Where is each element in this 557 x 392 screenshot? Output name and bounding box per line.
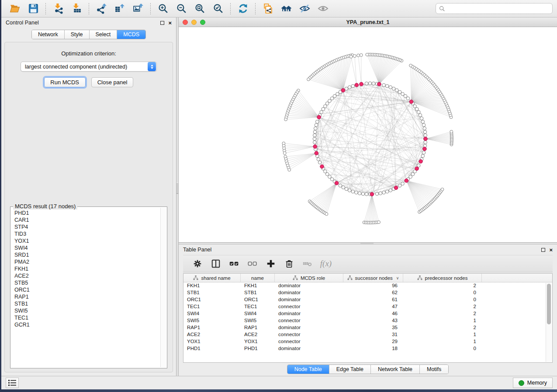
graph-node[interactable] bbox=[345, 187, 348, 191]
graph-node[interactable] bbox=[379, 192, 382, 195]
cell-name[interactable]: FKH1 bbox=[241, 282, 275, 289]
graph-node[interactable] bbox=[336, 93, 339, 96]
graph-edge[interactable] bbox=[298, 90, 319, 117]
mcds-node[interactable] bbox=[341, 89, 345, 93]
graph-node[interactable] bbox=[351, 190, 355, 193]
show-all-button[interactable] bbox=[315, 2, 331, 16]
satellite-node[interactable] bbox=[353, 55, 356, 58]
graph-edge[interactable] bbox=[369, 194, 372, 223]
graph-node[interactable] bbox=[385, 84, 389, 88]
cell-mcds-role[interactable]: dominator bbox=[275, 324, 343, 331]
graph-node[interactable] bbox=[420, 117, 423, 120]
graph-node[interactable] bbox=[419, 113, 422, 117]
cell-predecessor-nodes[interactable]: 0 bbox=[403, 296, 482, 303]
task-history-button[interactable] bbox=[6, 378, 19, 388]
splitter-grip[interactable] bbox=[176, 182, 178, 194]
optimization-criterion-dropdown[interactable]: largest connected component (undirected) bbox=[21, 62, 157, 72]
graph-edge[interactable] bbox=[369, 55, 379, 84]
graph-edge[interactable] bbox=[374, 55, 379, 84]
cell-successor-nodes[interactable]: 29 bbox=[343, 338, 403, 345]
table-row[interactable]: STB1STB1dominator620 bbox=[183, 289, 552, 296]
refresh-layout-button[interactable] bbox=[235, 2, 251, 16]
cell-name[interactable]: SWI5 bbox=[241, 317, 275, 324]
import-network-button[interactable] bbox=[50, 2, 66, 16]
satellite-node[interactable] bbox=[441, 188, 444, 191]
float-panel-icon[interactable] bbox=[160, 21, 164, 25]
import-table-button[interactable] bbox=[69, 2, 84, 16]
table-scrollbar-thumb[interactable] bbox=[547, 284, 551, 324]
mcds-node[interactable] bbox=[355, 83, 359, 87]
add-column-button[interactable] bbox=[263, 257, 279, 271]
graph-node[interactable] bbox=[382, 83, 386, 87]
graph-node[interactable] bbox=[348, 189, 351, 192]
graph-edge[interactable] bbox=[286, 117, 319, 119]
deselect-all-rows-button[interactable] bbox=[245, 257, 260, 271]
cell-mcds-role[interactable]: connector bbox=[275, 303, 343, 310]
first-neighbors-button[interactable] bbox=[278, 2, 294, 16]
mcds-result-list[interactable]: PHD1CAR1STP4TID3YOX1SWI4SRD1PMA2FKH1ACE2… bbox=[14, 210, 159, 367]
graph-node[interactable] bbox=[313, 130, 317, 134]
graph-node[interactable] bbox=[413, 105, 417, 108]
cell-shared-name[interactable]: PHD1 bbox=[183, 345, 241, 352]
satellite-node[interactable] bbox=[377, 221, 381, 224]
graph-edge[interactable] bbox=[426, 136, 452, 139]
cell-predecessor-nodes[interactable]: 2 bbox=[403, 310, 482, 317]
mcds-result-item[interactable]: RAP1 bbox=[14, 293, 159, 300]
graph-edge[interactable] bbox=[370, 55, 379, 84]
mcds-result-item[interactable]: GCR1 bbox=[14, 321, 159, 328]
mcds-node[interactable] bbox=[360, 82, 363, 86]
graph-node[interactable] bbox=[365, 82, 368, 86]
table-row[interactable]: ACE2ACE2connector311 bbox=[183, 331, 552, 338]
mcds-result-item[interactable]: STP4 bbox=[14, 224, 159, 230]
graph-node[interactable] bbox=[351, 84, 355, 88]
mcds-result-item[interactable]: ACE2 bbox=[14, 272, 159, 279]
graph-node[interactable] bbox=[314, 127, 317, 130]
cell-shared-name[interactable]: ACE2 bbox=[183, 331, 241, 338]
cell-shared-name[interactable]: RAP1 bbox=[183, 324, 241, 331]
cell-shared-name[interactable]: TEC1 bbox=[183, 303, 241, 310]
mcds-node[interactable] bbox=[424, 137, 428, 141]
graph-node[interactable] bbox=[423, 127, 426, 130]
cell-successor-nodes[interactable]: 31 bbox=[343, 331, 403, 338]
column-selector-button[interactable] bbox=[208, 257, 224, 271]
satellite-node[interactable] bbox=[288, 168, 291, 172]
tab-network[interactable]: Network bbox=[32, 30, 65, 39]
graph-node[interactable] bbox=[385, 190, 389, 193]
graph-edge[interactable] bbox=[287, 153, 317, 161]
graph-edge[interactable] bbox=[315, 90, 397, 145]
graph-node[interactable] bbox=[313, 141, 317, 144]
cell-mcds-role[interactable]: dominator bbox=[275, 310, 343, 317]
mcds-node[interactable] bbox=[315, 151, 318, 155]
satellite-node[interactable] bbox=[283, 151, 286, 155]
mcds-node[interactable] bbox=[415, 167, 419, 171]
mcds-node[interactable] bbox=[313, 144, 317, 148]
graph-edge[interactable] bbox=[320, 69, 343, 90]
function-builder-button[interactable]: f(x) bbox=[318, 257, 334, 271]
cell-predecessor-nodes[interactable]: 2 bbox=[403, 324, 482, 331]
graph-node[interactable] bbox=[411, 172, 415, 176]
cell-shared-name[interactable]: SWI5 bbox=[183, 317, 241, 324]
graph-node[interactable] bbox=[404, 94, 407, 98]
cell-successor-nodes[interactable]: 46 bbox=[343, 310, 403, 317]
graph-node[interactable] bbox=[339, 184, 342, 187]
hide-selected-button[interactable] bbox=[297, 2, 312, 16]
satellite-node[interactable] bbox=[325, 213, 328, 216]
table-row[interactable]: SWI4SWI4dominator462 bbox=[183, 310, 552, 317]
graph-node[interactable] bbox=[422, 151, 426, 155]
graph-node[interactable] bbox=[342, 186, 345, 189]
export-image-button[interactable] bbox=[130, 2, 146, 16]
column-header-successor-nodes[interactable]: successor nodes∨ bbox=[343, 274, 403, 282]
graph-node[interactable] bbox=[358, 192, 361, 195]
satellite-node[interactable] bbox=[284, 118, 287, 121]
cell-predecessor-nodes[interactable]: 0 bbox=[403, 345, 482, 352]
tab-select[interactable]: Select bbox=[90, 30, 118, 39]
delete-table-button[interactable] bbox=[300, 257, 315, 271]
export-network-button[interactable] bbox=[93, 2, 109, 16]
zoom-selected-button[interactable] bbox=[210, 2, 226, 16]
mcds-result-item[interactable]: SRD1 bbox=[14, 251, 159, 258]
table-row[interactable]: YOX1YOX1connector291 bbox=[183, 338, 552, 345]
mcds-result-item[interactable]: PMA2 bbox=[14, 258, 159, 265]
graph-node[interactable] bbox=[398, 90, 401, 94]
cell-name[interactable]: STB1 bbox=[241, 289, 275, 296]
save-session-button[interactable] bbox=[25, 2, 41, 16]
